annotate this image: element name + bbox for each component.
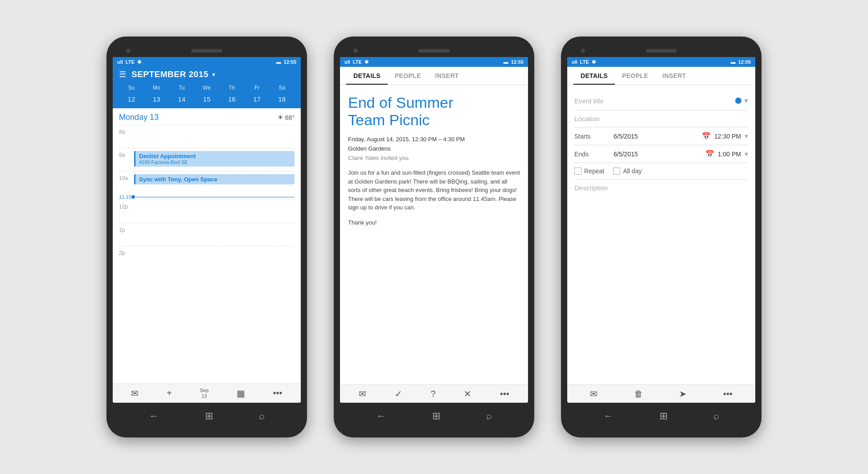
starts-calendar-icon[interactable]: 📅 <box>702 132 711 140</box>
search-button-2[interactable]: ⌕ <box>486 410 492 422</box>
more-icon-2[interactable]: ••• <box>500 389 509 399</box>
cal-week: 12 13 14 15 16 17 18 <box>119 94 295 104</box>
allday-checkbox[interactable] <box>613 168 620 175</box>
decline-icon[interactable]: ✕ <box>464 388 471 399</box>
description-field[interactable]: Description <box>574 180 748 196</box>
date-17[interactable]: 17 <box>244 94 269 104</box>
day-fr: Fr <box>244 84 269 92</box>
chevron-down-icon[interactable]: ▾ <box>212 71 215 78</box>
mail-icon-1[interactable]: ✉ <box>131 388 139 399</box>
signal-icon-2: ull <box>344 59 350 65</box>
event-title-line1: End of Summer <box>348 94 453 111</box>
repeat-checkbox[interactable] <box>574 168 581 175</box>
allday-checkbox-item[interactable]: All day <box>613 168 642 175</box>
more-icon-3[interactable]: ••• <box>723 389 733 399</box>
date-18[interactable]: 18 <box>270 94 295 104</box>
time-slot-2p: 2p <box>119 246 295 269</box>
back-button-1[interactable]: ← <box>149 410 159 422</box>
tab-insert-2[interactable]: INSERT <box>428 67 466 85</box>
hamburger-icon[interactable]: ☰ <box>119 69 126 79</box>
day-th: Th <box>219 84 244 92</box>
phone-1-bottom-bar: ← ⊞ ⌕ <box>113 403 301 429</box>
calendar-view-icon[interactable]: ▦ <box>237 388 245 399</box>
date-13[interactable]: 13 <box>144 94 169 104</box>
tab-people-3[interactable]: PEOPLE <box>615 67 655 85</box>
month-row[interactable]: ☰ SEPTEMBER 2015 ▾ <box>119 69 295 79</box>
event-description: Join us for a fun and sun-filled (finger… <box>348 168 520 212</box>
send-icon[interactable]: ➤ <box>679 388 687 399</box>
date-12[interactable]: 12 <box>119 94 144 104</box>
day-su: Su <box>119 84 144 92</box>
time-12p: 12p <box>119 203 131 210</box>
day-mo: Mo <box>144 84 169 92</box>
color-dot[interactable] <box>735 98 741 104</box>
tab-insert-3[interactable]: INSERT <box>655 67 693 85</box>
time-slot-1p: 1p <box>119 223 295 246</box>
event-title-field[interactable]: Event title ▾ <box>574 91 748 110</box>
date-15[interactable]: 15 <box>194 94 219 104</box>
tab-details-3[interactable]: DETAILS <box>573 67 615 85</box>
month-title: SEPTEMBER 2015 <box>131 69 209 79</box>
date-16[interactable]: 16 <box>219 94 244 104</box>
repeat-checkbox-item[interactable]: Repeat <box>574 168 604 175</box>
location-placeholder[interactable]: Location <box>574 115 748 123</box>
more-icon-1[interactable]: ••• <box>273 388 283 398</box>
dentist-title: Dentist Appointment <box>139 153 291 159</box>
phone-2-top-bar <box>340 45 528 57</box>
lte-label-2: LTE <box>353 59 362 65</box>
bluetooth-icon-1: ✱ <box>137 59 141 65</box>
ends-calendar-icon[interactable]: 📅 <box>705 150 714 158</box>
starts-time-dropdown[interactable]: ▾ <box>745 132 748 140</box>
status-bar-3: ull LTE ✱ ▬ 12:55 <box>567 57 755 67</box>
event-thanks: Thank you! <box>348 219 520 226</box>
time-1p: 1p <box>119 226 131 233</box>
event-inviter: Claire Yates invited you. <box>348 155 520 161</box>
ends-time[interactable]: 1:00 PM <box>718 151 741 158</box>
back-button-2[interactable]: ← <box>377 410 386 422</box>
sync-event[interactable]: Sync with Tony, Open Space <box>134 174 295 184</box>
sep-13-button[interactable]: Sep13 <box>200 388 209 399</box>
tab-people-2[interactable]: PEOPLE <box>388 67 428 85</box>
back-button-3[interactable]: ← <box>604 410 614 422</box>
location-field[interactable]: Location <box>574 110 748 127</box>
starts-label: Starts <box>574 133 610 140</box>
temperature: 68° <box>285 114 295 121</box>
event-title-placeholder[interactable]: Event title <box>574 97 735 105</box>
home-button-2[interactable]: ⊞ <box>432 410 440 422</box>
mail-icon-2[interactable]: ✉ <box>359 388 366 399</box>
starts-row[interactable]: Starts 6/5/2015 📅 12:30 PM ▾ <box>574 127 748 145</box>
add-icon[interactable]: + <box>167 388 172 398</box>
home-button-1[interactable]: ⊞ <box>205 410 213 422</box>
ends-row[interactable]: Ends 6/5/2015 📅 1:00 PM ▾ <box>574 145 748 163</box>
event-datetime: Friday, August 14, 2015, 12:30 PM – 4:30… <box>348 136 520 143</box>
tab-details-2[interactable]: DETAILS <box>346 67 388 85</box>
cal-toolbar: ✉ + Sep13 ▦ ••• <box>113 384 301 403</box>
bluetooth-icon-3: ✱ <box>592 59 596 65</box>
date-14[interactable]: 14 <box>169 94 194 104</box>
time-slot-10a[interactable]: 10a Sync with Tony, Open Space <box>119 171 295 194</box>
dentist-event[interactable]: Dentist Appointment 4100 Factoria Blvd S… <box>134 151 295 167</box>
mail-icon-3[interactable]: ✉ <box>590 388 598 399</box>
search-button-3[interactable]: ⌕ <box>713 410 719 422</box>
color-dropdown-arrow[interactable]: ▾ <box>744 96 748 106</box>
event-detail-body: End of Summer Team Picnic Friday, August… <box>340 85 528 384</box>
ends-label: Ends <box>574 151 610 158</box>
phone-1-screen: ull LTE ✱ ▬ 12:55 ☰ SEPTEMBER 2015 ▾ Su <box>113 57 301 403</box>
weather-info: ☀ 68° <box>277 113 295 122</box>
time-2: 12:55 <box>511 59 524 65</box>
ends-date[interactable]: 6/5/2015 <box>614 151 702 158</box>
description-placeholder[interactable]: Description <box>574 184 608 192</box>
battery-icon-1: ▬ <box>276 59 281 65</box>
search-button-1[interactable]: ⌕ <box>259 410 265 422</box>
checkboxes-row: Repeat All day <box>574 163 748 180</box>
starts-date[interactable]: 6/5/2015 <box>614 133 698 140</box>
accept-icon[interactable]: ✓ <box>395 388 402 399</box>
home-button-3[interactable]: ⊞ <box>659 410 667 422</box>
calendar-body: Monday 13 ☀ 68° 8a 9a Dentist Appointmen… <box>113 108 301 384</box>
trash-icon[interactable]: 🗑 <box>634 389 643 399</box>
starts-time[interactable]: 12:30 PM <box>714 133 741 140</box>
phone-1-camera <box>126 49 131 53</box>
maybe-icon[interactable]: ? <box>430 389 435 399</box>
time-slot-9a[interactable]: 9a Dentist Appointment 4100 Factoria Blv… <box>119 148 295 171</box>
ends-time-dropdown[interactable]: ▾ <box>745 150 748 158</box>
